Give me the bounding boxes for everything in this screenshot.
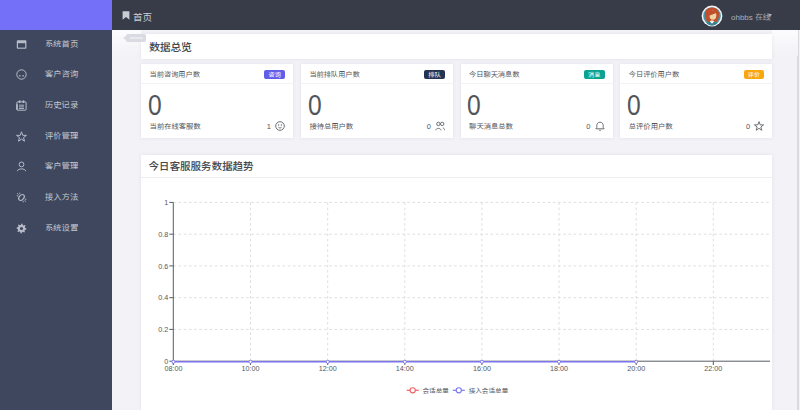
svg-text:1: 1 — [164, 198, 168, 207]
svg-text:会话总量: 会话总量 — [423, 387, 450, 394]
svg-text:08:00: 08:00 — [164, 364, 182, 373]
svg-text:14:00: 14:00 — [396, 364, 414, 373]
svg-text:0.4: 0.4 — [158, 293, 168, 302]
svg-text:0.8: 0.8 — [158, 230, 168, 239]
svg-text:12:00: 12:00 — [319, 364, 337, 373]
svg-text:18:00: 18:00 — [550, 364, 568, 373]
svg-text:0.6: 0.6 — [158, 261, 168, 270]
svg-text:20:00: 20:00 — [627, 364, 645, 373]
svg-text:10:00: 10:00 — [242, 364, 260, 373]
svg-text:22:00: 22:00 — [704, 364, 722, 373]
svg-text:接入会话总量: 接入会话总量 — [469, 387, 509, 394]
svg-text:16:00: 16:00 — [473, 364, 491, 373]
svg-text:0.2: 0.2 — [158, 325, 168, 334]
